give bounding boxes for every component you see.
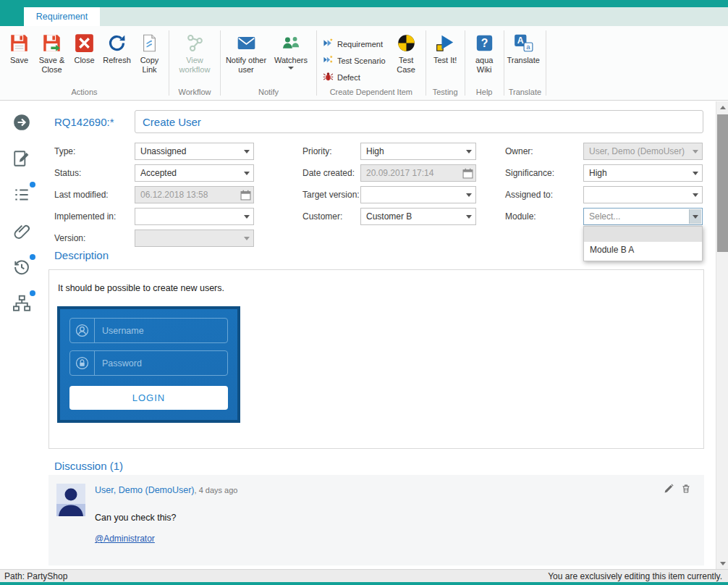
chevron-down-icon <box>689 188 701 202</box>
description-editor[interactable]: It should be possible to create new user… <box>48 269 704 449</box>
status-select[interactable]: Accepted <box>135 164 254 182</box>
chevron-down-icon <box>462 144 475 159</box>
sidebar-item-list[interactable] <box>12 185 33 206</box>
ribbon-group-help: ? aqua Wiki Help <box>465 26 504 100</box>
title-value: Create User <box>143 116 201 128</box>
ribbon-group-actions: Save Save & Close Close <box>0 26 169 100</box>
module-option[interactable]: Module B A <box>584 242 702 257</box>
description-heading: Description <box>54 249 109 261</box>
copy-link-label: Copy Link <box>134 56 165 74</box>
version-label: Version: <box>54 230 135 251</box>
view-workflow-label: View workflow <box>173 56 216 74</box>
lock-icon <box>70 351 95 375</box>
create-requirement-button[interactable]: Requirement <box>323 38 386 50</box>
ribbon-group-testing: Test It! Testing <box>426 26 465 100</box>
group-label-create-dependent: Create Dependent Item <box>317 87 426 100</box>
translate-icon: Aa <box>512 32 534 54</box>
save-and-close-button[interactable]: Save & Close <box>35 29 68 77</box>
test-it-button[interactable]: Test It! <box>429 29 462 68</box>
collapse-panel-button[interactable] <box>12 113 33 133</box>
module-label: Module: <box>505 208 583 230</box>
module-select[interactable]: Select... <box>583 208 703 225</box>
left-sidebar <box>0 101 43 569</box>
implemented-in-select[interactable] <box>135 208 254 225</box>
sidebar-item-edit[interactable] <box>12 149 33 169</box>
comment-author[interactable]: User, Demo (DemoUser) <box>95 485 195 495</box>
test-scenario-icon <box>323 54 334 67</box>
type-select[interactable]: Unassigned <box>135 143 254 160</box>
implemented-in-label: Implemented in: <box>54 208 135 230</box>
scroll-down-button[interactable] <box>716 557 728 569</box>
chevron-down-icon <box>689 166 701 180</box>
assigned-to-select[interactable] <box>583 186 703 203</box>
item-id: RQ142690:* <box>54 116 135 128</box>
group-label-actions: Actions <box>0 87 169 100</box>
close-button[interactable]: Close <box>68 29 101 68</box>
close-label: Close <box>74 56 94 65</box>
sidebar-item-hierarchy[interactable] <box>12 294 33 314</box>
target-version-select[interactable] <box>360 186 476 203</box>
refresh-button[interactable]: Refresh <box>101 29 133 68</box>
view-workflow-button[interactable]: View workflow <box>172 29 217 77</box>
create-requirement-label: Requirement <box>337 40 383 49</box>
discussion-heading: Discussion (1) <box>54 460 123 472</box>
tab-label: Requirement <box>36 12 88 22</box>
status-bar: Path: PartyShop You are exclusively edit… <box>0 569 728 582</box>
image-login-button: LOGIN <box>69 386 228 410</box>
item-editor: RQ142690:* Create User Type: Unassigned … <box>43 101 716 569</box>
save-icon <box>9 32 30 54</box>
ribbon-group-translate: Aa Translate Translate <box>504 26 546 100</box>
module-option-empty[interactable] <box>584 227 702 242</box>
chevron-down-icon <box>240 166 253 180</box>
save-button[interactable]: Save <box>3 29 35 68</box>
last-modified-field: 06.12.2018 13:58 <box>135 186 254 203</box>
chevron-down-icon <box>288 67 294 70</box>
sidebar-item-attachments[interactable] <box>12 223 33 243</box>
comment-timestamp: , 4 days ago <box>195 486 238 494</box>
discussion-panel: User, Demo (DemoUser), 4 days ago Can yo… <box>48 475 704 565</box>
scroll-up-button[interactable] <box>716 101 728 113</box>
vertical-scrollbar <box>716 101 728 569</box>
aqua-wiki-button[interactable]: ? aqua Wiki <box>468 29 501 77</box>
notification-dot <box>30 182 35 188</box>
chevron-down-icon <box>240 144 253 159</box>
watchers-icon <box>280 32 302 54</box>
refresh-label: Refresh <box>103 56 131 65</box>
app-window: Requirement Save Save & Close <box>0 0 728 585</box>
scrollbar-thumb[interactable] <box>717 114 728 252</box>
notification-dot <box>30 290 35 296</box>
svg-text:a: a <box>526 43 530 51</box>
sidebar-item-history[interactable] <box>12 258 33 278</box>
question-mark-icon: ? <box>473 32 495 54</box>
tab-requirement[interactable]: Requirement <box>24 7 100 26</box>
edit-comment-icon[interactable] <box>664 484 674 497</box>
translate-button[interactable]: Aa Translate <box>507 29 540 68</box>
image-username-field: Username <box>69 318 228 343</box>
path-label: Path: PartyShop <box>4 571 67 581</box>
significance-label: Significance: <box>505 164 583 186</box>
save-and-close-label: Save & Close <box>36 56 67 74</box>
avatar <box>56 484 85 516</box>
title-input[interactable]: Create User <box>135 110 703 133</box>
group-label-notify: Notify <box>221 87 316 100</box>
create-defect-button[interactable]: Defect <box>323 71 386 83</box>
notify-other-user-button[interactable]: Notify other user <box>224 29 268 77</box>
customer-select[interactable]: Customer B <box>360 208 476 225</box>
copy-link-button[interactable]: Copy Link <box>133 29 166 77</box>
significance-select[interactable]: High <box>583 164 703 182</box>
chevron-down-icon <box>240 209 253 224</box>
status-label: Status: <box>54 164 135 186</box>
mention-link[interactable]: @Administrator <box>95 534 155 544</box>
login-screenshot-image: Username Password LOGIN <box>57 306 240 423</box>
workflow-icon <box>184 32 206 54</box>
editing-notice: You are exclusively editing this item cu… <box>548 571 722 581</box>
priority-select[interactable]: High <box>360 143 476 160</box>
delete-comment-icon[interactable] <box>681 484 691 497</box>
create-test-scenario-button[interactable]: Test Scenario <box>323 54 386 67</box>
create-test-case-button[interactable]: Test Case <box>390 29 423 77</box>
refresh-icon <box>106 32 128 54</box>
target-version-label: Target version: <box>302 186 360 208</box>
chevron-down-icon <box>240 231 253 245</box>
watchers-button[interactable]: Watchers <box>268 29 313 72</box>
owner-select: User, Demo (DemoUser) <box>583 143 703 160</box>
